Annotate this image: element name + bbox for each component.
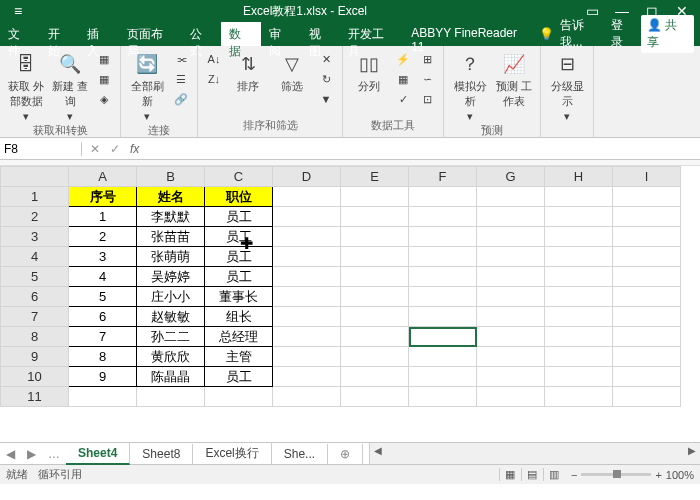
cell[interactable]	[341, 187, 409, 207]
cell[interactable]	[545, 327, 613, 347]
sheet-nav-next[interactable]: ▶	[21, 447, 42, 461]
sheet-nav-prev[interactable]: ◀	[0, 447, 21, 461]
cell[interactable]	[477, 327, 545, 347]
column-header[interactable]: C	[205, 167, 273, 187]
cell[interactable]: 2	[69, 227, 137, 247]
cell[interactable]: 员工	[205, 227, 273, 247]
cell[interactable]	[477, 247, 545, 267]
sheet-tab[interactable]: Sheet4	[66, 443, 130, 465]
cell[interactable]	[205, 387, 273, 407]
cell[interactable]	[477, 367, 545, 387]
cell[interactable]	[341, 267, 409, 287]
cell[interactable]: 员工	[205, 247, 273, 267]
spreadsheet-grid[interactable]: ABCDEFGHI1序号姓名职位21李默默员工32张苗苗员工43张萌萌员工54吴…	[0, 166, 700, 442]
get-external-data-button[interactable]: 🗄获取 外部数据▾	[6, 50, 46, 123]
zoom-out-button[interactable]: −	[571, 469, 577, 481]
cell[interactable]: 员工	[205, 367, 273, 387]
cell[interactable]: 4	[69, 267, 137, 287]
cell[interactable]: 孙二二	[137, 327, 205, 347]
consolidate-button[interactable]: ⊞	[417, 50, 437, 68]
cell[interactable]	[341, 227, 409, 247]
cell[interactable]	[545, 227, 613, 247]
edit-links-button[interactable]: 🔗	[171, 90, 191, 108]
cell[interactable]	[613, 367, 681, 387]
column-header[interactable]: D	[273, 167, 341, 187]
fx-icon[interactable]: fx	[130, 142, 139, 156]
share-button[interactable]: 👤 共享	[641, 15, 694, 53]
cell[interactable]: 职位	[205, 187, 273, 207]
cell[interactable]: 董事长	[205, 287, 273, 307]
row-header[interactable]: 5	[1, 267, 69, 287]
cell[interactable]	[409, 347, 477, 367]
cell[interactable]: 赵敏敏	[137, 307, 205, 327]
cell[interactable]	[477, 187, 545, 207]
menu-icon[interactable]: ≡	[4, 3, 32, 19]
sort-button[interactable]: ⇅排序	[228, 50, 268, 94]
horizontal-scrollbar[interactable]: ◀ ▶	[369, 443, 700, 464]
cell[interactable]: 张苗苗	[137, 227, 205, 247]
cell[interactable]: 黄欣欣	[137, 347, 205, 367]
cell[interactable]	[545, 187, 613, 207]
cell[interactable]	[341, 387, 409, 407]
scroll-left-icon[interactable]: ◀	[374, 445, 382, 456]
cell[interactable]: 吴婷婷	[137, 267, 205, 287]
cell[interactable]	[273, 307, 341, 327]
enter-icon[interactable]: ✓	[110, 142, 120, 156]
row-header[interactable]: 4	[1, 247, 69, 267]
manage-model-button[interactable]: ⊡	[417, 90, 437, 108]
select-all-corner[interactable]	[1, 167, 69, 187]
normal-view-button[interactable]: ▦	[499, 468, 521, 481]
connections-button[interactable]: ⫘	[171, 50, 191, 68]
column-header[interactable]: F	[409, 167, 477, 187]
sheet-tab[interactable]: She...	[272, 444, 328, 464]
row-header[interactable]: 6	[1, 287, 69, 307]
new-sheet-button[interactable]: ⊕	[328, 444, 363, 464]
cell[interactable]	[341, 327, 409, 347]
cell[interactable]	[341, 247, 409, 267]
zoom-level[interactable]: 100%	[666, 469, 694, 481]
cell[interactable]	[409, 227, 477, 247]
row-header[interactable]: 3	[1, 227, 69, 247]
cell[interactable]	[477, 287, 545, 307]
cell[interactable]	[341, 207, 409, 227]
tab-home[interactable]: 开始	[40, 22, 80, 46]
cell[interactable]	[613, 207, 681, 227]
tab-formula[interactable]: 公式	[182, 22, 222, 46]
relationships-button[interactable]: ∽	[417, 70, 437, 88]
reapply-button[interactable]: ↻	[316, 70, 336, 88]
cell[interactable]	[341, 347, 409, 367]
row-header[interactable]: 2	[1, 207, 69, 227]
cell[interactable]	[273, 247, 341, 267]
cell[interactable]	[273, 267, 341, 287]
cell[interactable]: 组长	[205, 307, 273, 327]
data-validation-button[interactable]: ✓	[393, 90, 413, 108]
cell[interactable]	[341, 367, 409, 387]
clear-button[interactable]: ✕	[316, 50, 336, 68]
cell[interactable]	[477, 227, 545, 247]
cell[interactable]: 7	[69, 327, 137, 347]
column-header[interactable]: A	[69, 167, 137, 187]
zoom-slider[interactable]	[581, 473, 651, 476]
cell[interactable]	[409, 287, 477, 307]
row-header[interactable]: 10	[1, 367, 69, 387]
cell[interactable]	[273, 327, 341, 347]
cell[interactable]	[477, 347, 545, 367]
text-to-columns-button[interactable]: ▯▯分列	[349, 50, 389, 94]
cell[interactable]	[273, 387, 341, 407]
cell[interactable]	[409, 307, 477, 327]
cell[interactable]	[545, 367, 613, 387]
cell[interactable]: 陈晶晶	[137, 367, 205, 387]
column-header[interactable]: E	[341, 167, 409, 187]
cell[interactable]	[545, 267, 613, 287]
page-break-button[interactable]: ▥	[543, 468, 565, 481]
sort-desc-button[interactable]: Z↓	[204, 70, 224, 88]
cell[interactable]	[477, 207, 545, 227]
login-link[interactable]: 登录	[611, 17, 634, 51]
cell[interactable]: 张萌萌	[137, 247, 205, 267]
tab-layout[interactable]: 页面布局	[119, 22, 182, 46]
tab-file[interactable]: 文件	[0, 22, 40, 46]
cell[interactable]: 6	[69, 307, 137, 327]
cell[interactable]	[409, 367, 477, 387]
cell[interactable]: 员工	[205, 207, 273, 227]
cell[interactable]	[477, 267, 545, 287]
